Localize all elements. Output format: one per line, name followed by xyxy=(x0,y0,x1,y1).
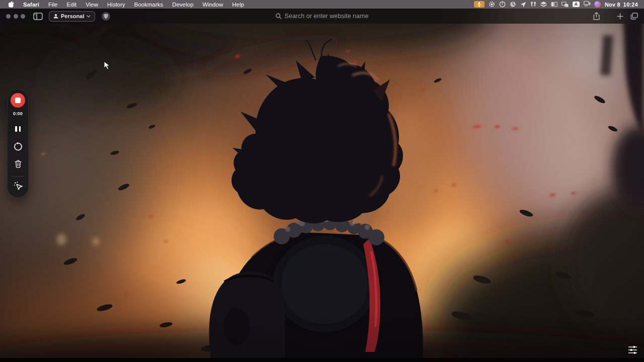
person-icon xyxy=(53,14,58,19)
menu-item-history[interactable]: History xyxy=(103,2,130,8)
panel-divider xyxy=(12,176,24,176)
window-controls xyxy=(6,14,25,19)
customize-start-page-button[interactable] xyxy=(628,345,637,356)
location-menu[interactable] xyxy=(520,1,526,8)
restart-recording-button[interactable] xyxy=(12,141,24,151)
gear-icon xyxy=(489,1,495,8)
sliders-icon xyxy=(628,345,637,354)
siri-menu[interactable] xyxy=(594,1,601,8)
power-circle-icon xyxy=(499,1,506,8)
layers-stack-icon xyxy=(540,2,547,8)
safari-toolbar: Personal Search or enter website name xyxy=(0,9,644,24)
screen-mirroring-icon xyxy=(561,2,569,8)
restart-icon xyxy=(14,142,22,151)
recording-timer: 0:00 xyxy=(13,111,23,116)
window-tiles-menu[interactable] xyxy=(551,1,557,8)
minimize-window-button[interactable] xyxy=(14,14,18,19)
apple-menu[interactable] xyxy=(4,1,19,8)
world-clock-menu[interactable] xyxy=(510,1,516,8)
siri-icon xyxy=(594,1,601,8)
tab-group-label: Personal xyxy=(61,13,84,19)
settings-gear-menu[interactable] xyxy=(489,1,495,8)
tab-overview-icon xyxy=(630,13,638,20)
menu-item-safari[interactable]: Safari xyxy=(19,2,44,8)
sidebar-toggle-button[interactable] xyxy=(33,13,43,20)
menu-item-file[interactable]: File xyxy=(44,2,62,8)
menu-bar-left: Safari File Edit View History Bookmarks … xyxy=(0,1,249,8)
window-tiles-icon xyxy=(551,2,557,7)
location-arrow-icon xyxy=(520,2,526,8)
screen-recorder-panel: 0:00 xyxy=(7,89,29,198)
magnifier-icon xyxy=(276,13,282,19)
toolbar-right-actions xyxy=(593,9,638,24)
airpods-menu[interactable] xyxy=(530,1,536,8)
menu-bar: Safari File Edit View History Bookmarks … xyxy=(0,0,644,9)
time-label: 10:24 xyxy=(623,2,638,8)
privacy-shield-icon xyxy=(104,14,108,19)
pause-icon xyxy=(15,126,21,132)
recording-mic-indicator[interactable] xyxy=(474,1,485,8)
devices-menu[interactable] xyxy=(584,1,590,8)
microphone-icon xyxy=(477,2,481,7)
chevron-down-icon xyxy=(87,15,91,18)
tab-group-selector[interactable]: Personal xyxy=(49,11,95,22)
power-circle-menu[interactable] xyxy=(499,1,506,8)
plus-icon xyxy=(617,13,623,20)
letterbox-bar xyxy=(0,358,644,362)
airpods-icon xyxy=(530,2,536,8)
stop-icon xyxy=(15,98,21,103)
pause-recording-button[interactable] xyxy=(12,124,24,134)
cursor-effects-button[interactable] xyxy=(12,181,24,191)
menu-item-window[interactable]: Window xyxy=(198,2,228,8)
tab-overview-button[interactable] xyxy=(630,13,638,20)
delete-recording-button[interactable] xyxy=(12,159,24,169)
new-tab-button[interactable] xyxy=(617,13,623,20)
input-source-menu[interactable]: A xyxy=(573,2,580,7)
close-window-button[interactable] xyxy=(6,14,11,19)
world-clock-icon xyxy=(510,1,516,8)
zoom-window-button[interactable] xyxy=(21,14,25,19)
input-source-label: A xyxy=(575,2,578,7)
stop-recording-button[interactable] xyxy=(11,93,25,108)
trash-icon xyxy=(15,160,22,168)
sidebar-icon xyxy=(33,13,43,20)
menu-item-bookmarks[interactable]: Bookmarks xyxy=(130,2,168,8)
menu-item-edit[interactable]: Edit xyxy=(62,2,82,8)
menu-item-view[interactable]: View xyxy=(81,2,103,8)
wallpaper-image xyxy=(0,0,644,362)
menu-bar-status: A Nov 8 10:24 xyxy=(474,1,644,8)
menu-item-help[interactable]: Help xyxy=(227,2,249,8)
search-placeholder: Search or enter website name xyxy=(285,13,369,20)
share-icon xyxy=(593,12,600,20)
magic-cursor-icon xyxy=(14,182,23,191)
search-input[interactable]: Search or enter website name xyxy=(276,13,369,20)
date-label: Nov 8 xyxy=(605,2,620,8)
privacy-shield-button[interactable] xyxy=(102,12,110,21)
devices-icon xyxy=(584,1,591,7)
layers-stack-menu[interactable] xyxy=(540,1,547,8)
apple-icon xyxy=(9,1,14,8)
screen-mirroring-menu[interactable] xyxy=(561,1,569,8)
menu-bar-clock[interactable]: Nov 8 10:24 xyxy=(605,2,638,8)
menu-item-develop[interactable]: Develop xyxy=(168,2,198,8)
share-button[interactable] xyxy=(593,12,600,20)
